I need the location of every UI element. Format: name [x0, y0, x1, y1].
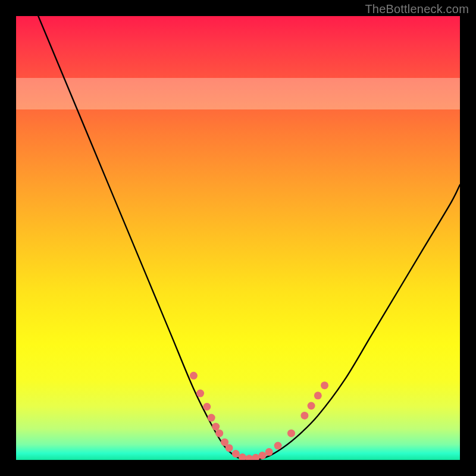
- marker-dot: [190, 372, 198, 380]
- marker-dot: [300, 412, 308, 419]
- marker-dot: [239, 453, 246, 460]
- watermark-text: TheBottleneck.com: [365, 2, 469, 16]
- marker-dot: [215, 430, 223, 437]
- marker-dot: [212, 423, 220, 431]
- marker-dot: [274, 442, 282, 450]
- marker-dot: [308, 402, 315, 410]
- marker-dot: [259, 452, 267, 459]
- marker-dot: [321, 381, 328, 389]
- marker-dot: [265, 448, 273, 456]
- marker-dot: [226, 444, 233, 452]
- chart-stage: TheBottleneck.com: [0, 0, 476, 476]
- marker-dot: [196, 390, 204, 397]
- plot-area: [16, 16, 460, 460]
- curve-markers: [190, 372, 328, 460]
- chart-svg: [16, 16, 460, 460]
- marker-dot: [203, 403, 211, 411]
- marker-dot: [252, 454, 259, 460]
- marker-dot: [287, 430, 295, 437]
- marker-dot: [208, 414, 215, 422]
- marker-dot: [314, 392, 322, 399]
- curve-line: [38, 16, 460, 460]
- marker-dot: [245, 455, 253, 460]
- marker-dot: [232, 450, 240, 458]
